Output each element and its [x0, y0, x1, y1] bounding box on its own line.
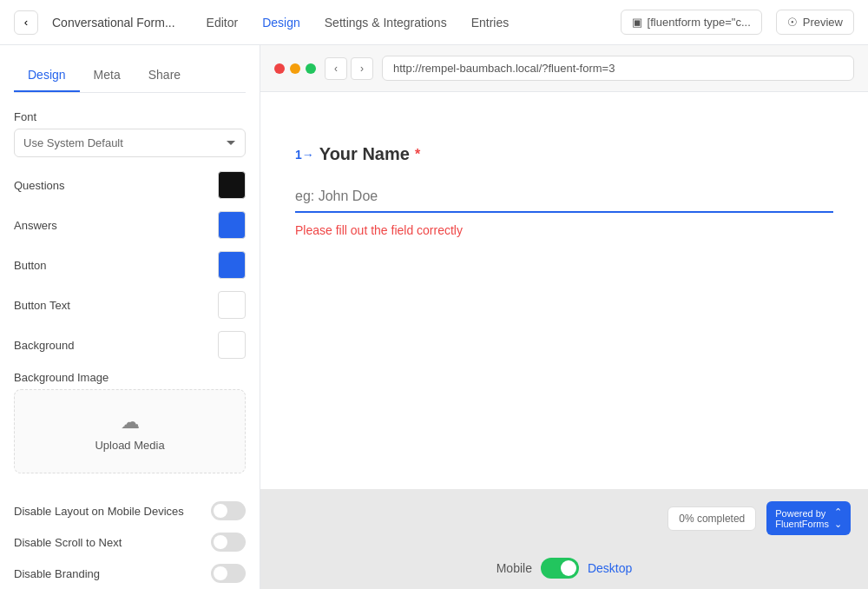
dot-green — [306, 63, 316, 74]
powered-text: Powered by FluentForms — [775, 508, 829, 529]
font-group: Font Use System Default — [14, 110, 246, 157]
answers-color-swatch[interactable] — [218, 211, 246, 239]
question-text: Your Name — [319, 144, 410, 164]
toggle-disable-scroll: Disable Scroll to Next — [14, 533, 246, 552]
eye-icon: ☉ — [787, 16, 798, 29]
shortcode-label: [fluentform type="c... — [648, 16, 751, 29]
font-label: Font — [14, 110, 246, 123]
preview-area: ‹ › 1→ Your Name * Please fill out the f… — [260, 45, 868, 589]
nav-entries[interactable]: Entries — [461, 10, 520, 35]
disable-scroll-label: Disable Scroll to Next — [14, 536, 122, 549]
tab-share[interactable]: Share — [135, 59, 194, 92]
answers-color-row: Answers — [14, 211, 246, 239]
questions-color-swatch[interactable] — [218, 171, 246, 199]
background-label: Background — [14, 339, 74, 352]
background-image-label: Background Image — [14, 371, 246, 384]
back-icon: ‹ — [24, 16, 28, 29]
disable-scroll-toggle[interactable] — [211, 533, 246, 552]
nav-forward-arrow[interactable]: › — [351, 57, 373, 80]
form-question: 1→ Your Name * — [295, 144, 833, 164]
nav-back-arrow[interactable]: ‹ — [325, 57, 347, 80]
chevrons-icon: ⌃ ⌄ — [834, 506, 842, 530]
upload-icon: ☁ — [121, 411, 140, 433]
shortcode-icon: ▣ — [632, 16, 642, 29]
background-color-row: Background — [14, 331, 246, 359]
view-switch[interactable] — [541, 558, 579, 579]
nav-links: Editor Design Settings & Integrations En… — [196, 10, 520, 35]
tab-meta[interactable]: Meta — [80, 59, 135, 92]
answers-label: Answers — [14, 219, 57, 232]
tab-design[interactable]: Design — [14, 59, 80, 92]
disable-branding-toggle[interactable] — [211, 564, 246, 583]
disable-branding-label: Disable Branding — [14, 567, 100, 580]
form-title: Conversational Form... — [52, 16, 175, 30]
background-color-swatch[interactable] — [218, 331, 246, 359]
font-select[interactable]: Use System Default — [14, 129, 246, 157]
button-color-swatch[interactable] — [218, 251, 246, 279]
nav-design[interactable]: Design — [252, 10, 311, 35]
disable-layout-label: Disable Layout on Mobile Devices — [14, 505, 184, 518]
toggle-disable-layout: Disable Layout on Mobile Devices — [14, 501, 246, 520]
browser-dots — [274, 63, 316, 74]
desktop-label: Desktop — [588, 561, 632, 575]
powered-by-line1: Powered by — [775, 508, 829, 519]
error-message: Please fill out the field correctly — [295, 223, 833, 237]
shortcode-button[interactable]: ▣ [fluentform type="c... — [621, 10, 762, 35]
question-number: 1→ — [295, 148, 314, 162]
toggle-disable-branding: Disable Branding — [14, 564, 246, 583]
back-button[interactable]: ‹ — [14, 10, 38, 35]
top-nav: ‹ Conversational Form... Editor Design S… — [0, 0, 868, 45]
required-star: * — [415, 147, 420, 162]
sidebar: Design Meta Share Font Use System Defaul… — [0, 45, 260, 589]
sidebar-tabs: Design Meta Share — [14, 59, 246, 93]
disable-layout-toggle[interactable] — [211, 501, 246, 520]
upload-text: Upload Media — [95, 439, 164, 452]
preview-button[interactable]: ☉ Preview — [776, 10, 854, 35]
nav-editor[interactable]: Editor — [196, 10, 249, 35]
button-color-row: Button — [14, 251, 246, 279]
questions-color-row: Questions — [14, 171, 246, 199]
powered-by-line2: FluentForms — [775, 519, 829, 529]
upload-area[interactable]: ☁ Upload Media — [14, 389, 246, 473]
questions-label: Questions — [14, 179, 65, 192]
view-toggle: Mobile Desktop — [260, 547, 868, 589]
main-layout: Design Meta Share Font Use System Defaul… — [0, 45, 868, 589]
completed-badge: 0% completed — [667, 506, 756, 531]
button-text-label: Button Text — [14, 299, 70, 312]
button-text-color-swatch[interactable] — [218, 291, 246, 319]
preview-bottom: 0% completed Powered by FluentForms ⌃ ⌄ — [260, 489, 868, 547]
name-input[interactable] — [295, 182, 833, 213]
nav-arrows: ‹ › — [325, 57, 373, 80]
url-bar[interactable] — [382, 56, 854, 81]
form-preview: 1→ Your Name * Please fill out the field… — [260, 92, 868, 489]
background-image-group: Background Image ☁ Upload Media — [14, 371, 246, 487]
mobile-label: Mobile — [496, 561, 532, 575]
dot-yellow — [290, 63, 300, 74]
completed-text: 0% completed — [679, 513, 745, 525]
browser-chrome: ‹ › — [260, 45, 868, 92]
button-label: Button — [14, 259, 47, 272]
preview-label: Preview — [803, 16, 843, 29]
nav-settings[interactable]: Settings & Integrations — [314, 10, 457, 35]
dot-red — [274, 63, 285, 74]
powered-badge: Powered by FluentForms ⌃ ⌄ — [766, 501, 851, 535]
button-text-color-row: Button Text — [14, 291, 246, 319]
